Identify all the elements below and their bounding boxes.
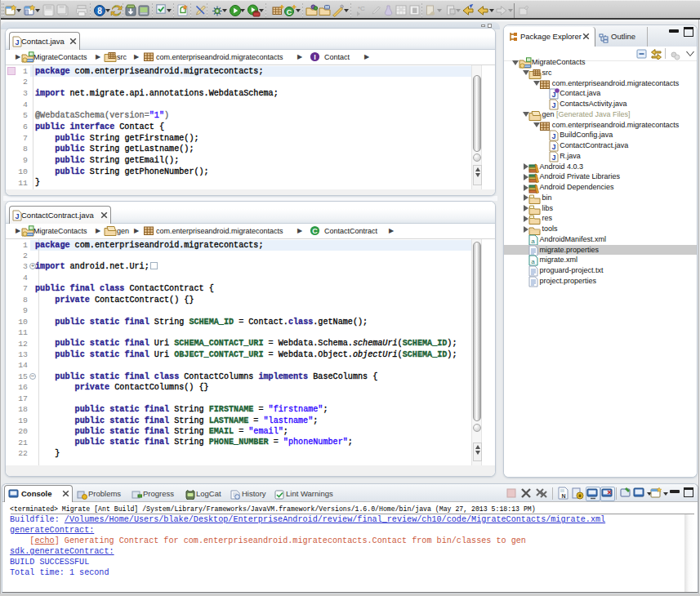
svg-text:C: C bbox=[287, 8, 292, 16]
svg-text:J: J bbox=[552, 132, 556, 140]
svg-text:a: a bbox=[532, 258, 536, 265]
svg-text:J: J bbox=[15, 212, 19, 220]
svg-text:C: C bbox=[312, 227, 318, 235]
svg-text:8: 8 bbox=[97, 7, 102, 16]
svg-text:*C: *C bbox=[358, 5, 365, 12]
svg-text:J: J bbox=[552, 153, 556, 162]
svg-text:a: a bbox=[532, 238, 536, 245]
svg-text:I: I bbox=[314, 53, 316, 61]
svg-text:N: N bbox=[561, 493, 565, 499]
svg-text:J: J bbox=[552, 143, 556, 151]
svg-text:J: J bbox=[15, 38, 19, 47]
svg-text:J: J bbox=[552, 101, 556, 109]
